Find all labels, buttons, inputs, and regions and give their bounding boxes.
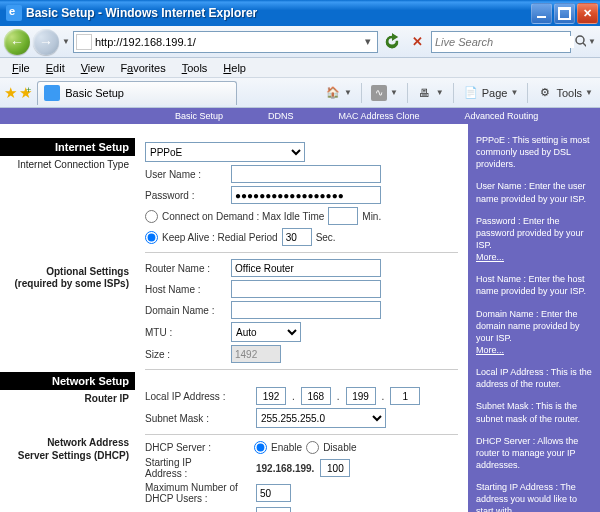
section-network-setup: Network Setup (0, 372, 135, 390)
forward-button[interactable]: → (33, 29, 59, 55)
label-username: User Name : (145, 169, 225, 180)
password-input[interactable] (231, 186, 381, 204)
label-mtu: MTU : (145, 327, 225, 338)
menu-tools[interactable]: Tools (176, 60, 214, 76)
feeds-button[interactable]: ∿▼ (368, 82, 401, 104)
label-router-ip: Router IP (0, 390, 135, 409)
max-idle-input[interactable] (328, 207, 358, 225)
subnav-ddns[interactable]: DDNS (268, 111, 294, 121)
page-button[interactable]: 📄Page▼ (460, 82, 522, 104)
close-button[interactable] (577, 3, 598, 24)
nav-toolbar: ← → ▼ ▾ ✕ ▼ (0, 26, 600, 58)
label-startip: Starting IP Address : (145, 457, 250, 479)
domainname-input[interactable] (231, 301, 381, 319)
left-column: Internet Setup Internet Connection Type … (0, 124, 135, 512)
page-menu-icon: 📄 (463, 85, 479, 101)
form-column: PPPoE User Name : Password : Connect on … (135, 124, 468, 512)
label-routername: Router Name : (145, 263, 225, 274)
connection-type-select[interactable]: PPPoE (145, 142, 305, 162)
nav-dropdown-icon[interactable]: ▼ (62, 37, 70, 46)
mtu-select[interactable]: Auto (231, 322, 301, 342)
router-page: Basic Setup DDNS MAC Address Clone Advan… (0, 108, 600, 512)
dhcp-disable-radio[interactable] (306, 441, 319, 454)
menu-help[interactable]: Help (217, 60, 252, 76)
label-optional-settings: Optional Settings (required by some ISPs… (0, 263, 135, 294)
localip-3[interactable] (346, 387, 376, 405)
label-dhcp-settings: Network Address Server Settings (DHCP) (0, 434, 135, 465)
print-button[interactable]: 🖶▼ (414, 82, 447, 104)
help-more-1[interactable]: More... (476, 252, 504, 262)
search-button[interactable]: ▼ (574, 31, 596, 53)
maxusers-input[interactable] (256, 484, 291, 502)
lease-input[interactable] (256, 507, 291, 512)
connect-on-demand-radio[interactable] (145, 210, 158, 223)
window-title: Basic Setup - Windows Internet Explorer (26, 6, 529, 20)
redial-period-input[interactable] (282, 228, 312, 246)
subnav-advanced-routing[interactable]: Advanced Routing (465, 111, 539, 121)
routername-input[interactable] (231, 259, 381, 277)
window-titlebar: Basic Setup - Windows Internet Explorer (0, 0, 600, 26)
connect-on-demand-row: Connect on Demand : Max Idle Time Min. (145, 207, 458, 225)
menu-edit[interactable]: Edit (40, 60, 71, 76)
search-box[interactable] (431, 31, 571, 53)
subnav-basic-setup[interactable]: Basic Setup (175, 111, 223, 121)
address-bar[interactable]: ▾ (73, 31, 378, 53)
localip-1[interactable] (256, 387, 286, 405)
label-size: Size : (145, 349, 225, 360)
help-password: Password : Enter the password provided b… (476, 216, 584, 250)
help-hostname: Host Name : Enter the host name provided… (476, 273, 592, 297)
label-localip: Local IP Address : (145, 391, 250, 402)
help-dhcp: DHCP Server : Allows the router to manag… (476, 435, 592, 471)
gear-icon: ⚙ (537, 85, 553, 101)
tab-label: Basic Setup (65, 87, 124, 99)
stop-button[interactable]: ✕ (406, 31, 428, 53)
router-subnav: Basic Setup DDNS MAC Address Clone Advan… (0, 108, 600, 124)
tools-button[interactable]: ⚙Tools▼ (534, 82, 596, 104)
refresh-icon (382, 32, 402, 52)
label-hostname: Host Name : (145, 284, 225, 295)
search-input[interactable] (435, 36, 574, 48)
label-maxusers: Maximum Number of DHCP Users : (145, 482, 250, 504)
home-icon: 🏠 (325, 85, 341, 101)
startip-input[interactable] (320, 459, 350, 477)
ie-icon (6, 5, 22, 21)
localip-2[interactable] (301, 387, 331, 405)
subnav-mac-clone[interactable]: MAC Address Clone (339, 111, 420, 121)
keep-alive-radio[interactable] (145, 231, 158, 244)
help-more-2[interactable]: More... (476, 345, 504, 355)
help-pppoe: PPPoE : This setting is most commonly us… (476, 134, 592, 170)
size-input (231, 345, 281, 363)
minimize-button[interactable] (531, 3, 552, 24)
home-button[interactable]: 🏠▼ (322, 82, 355, 104)
subnet-select[interactable]: 255.255.255.0 (256, 408, 386, 428)
menu-bar: File Edit View Favorites Tools Help (0, 58, 600, 78)
tab-toolbar: ★ ★+ Basic Setup 🏠▼ ∿▼ 🖶▼ 📄Page▼ ⚙Tools▼ (0, 78, 600, 108)
localip-4[interactable] (390, 387, 420, 405)
label-password: Password : (145, 190, 225, 201)
label-connection-type: Internet Connection Type (0, 156, 135, 175)
help-column: PPPoE : This setting is most commonly us… (468, 124, 600, 512)
label-dhcp-server: DHCP Server : (145, 442, 250, 453)
menu-favorites[interactable]: Favorites (114, 60, 171, 76)
username-input[interactable] (231, 165, 381, 183)
help-domainname: Domain Name : Enter the domain name prov… (476, 309, 580, 343)
maximize-button[interactable] (554, 3, 575, 24)
address-dropdown-icon[interactable]: ▾ (360, 35, 375, 48)
hostname-input[interactable] (231, 280, 381, 298)
help-startip: Starting IP Address : The address you wo… (476, 481, 592, 512)
favorites-star-icon[interactable]: ★ (4, 84, 17, 102)
section-internet-setup: Internet Setup (0, 138, 135, 156)
svg-point-0 (576, 36, 584, 44)
address-input[interactable] (95, 33, 360, 51)
svg-line-1 (583, 43, 586, 47)
refresh-button[interactable] (381, 31, 403, 53)
rss-icon: ∿ (371, 85, 387, 101)
menu-file[interactable]: File (6, 60, 36, 76)
label-subnet: Subnet Mask : (145, 413, 250, 424)
back-button[interactable]: ← (4, 29, 30, 55)
browser-tab[interactable]: Basic Setup (37, 81, 237, 105)
help-subnet: Subnet Mask : This is the subnet mask of… (476, 400, 592, 424)
dhcp-enable-radio[interactable] (254, 441, 267, 454)
menu-view[interactable]: View (75, 60, 111, 76)
startip-prefix: 192.168.199. (256, 463, 314, 474)
